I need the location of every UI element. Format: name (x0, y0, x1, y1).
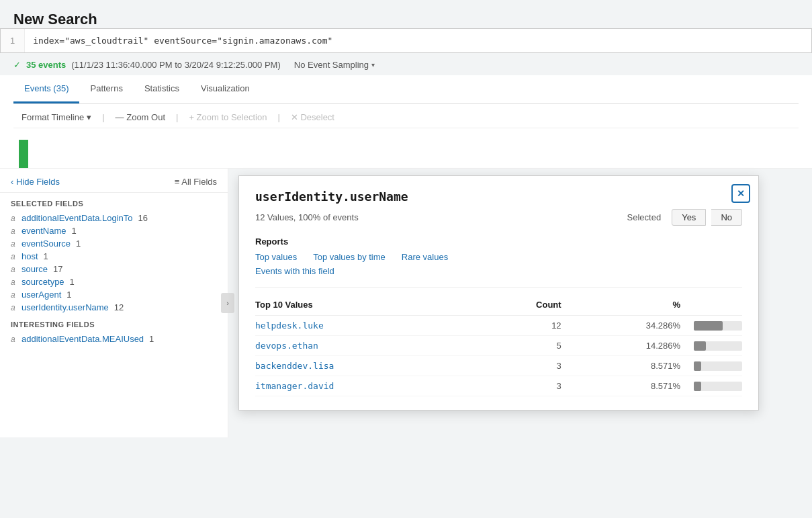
bar-fill (694, 382, 701, 391)
selected-no-btn[interactable]: No (711, 209, 742, 226)
field-link-eventSource[interactable]: eventSource (21, 239, 71, 249)
format-timeline-btn[interactable]: Format Timeline ▾ (13, 110, 99, 125)
hide-fields-btn[interactable]: ‹ Hide Fields (11, 177, 60, 187)
field-type: a (11, 265, 19, 274)
table-row: devops.ethan514.286% (255, 336, 742, 356)
overlay-panel: ✕ userIdentity.userName 12 Values, 100% … (238, 175, 759, 411)
tabs-bar: Events (35) Patterns Statistics Visualiz… (0, 75, 812, 104)
field-link-additionalEventData[interactable]: additionalEventData.LoginTo (21, 213, 133, 223)
col-header-percent: % (570, 296, 688, 316)
field-row: a sourcetype 1 (0, 275, 228, 288)
field-count: 1 (76, 239, 81, 249)
events-range: (11/1/23 11:36:40.000 PM to 3/20/24 9:12… (71, 60, 281, 70)
separator-1: | (102, 112, 104, 122)
timeline-chart (0, 128, 812, 169)
field-count: 16 (138, 213, 148, 223)
tab-events[interactable]: Events (35) (13, 75, 79, 103)
bar-fill (694, 341, 706, 351)
field-count: 1 (71, 226, 76, 236)
bar-fill (694, 361, 701, 371)
tabs-container: Events (35) Patterns Statistics Visualiz… (13, 75, 799, 104)
field-count: 17 (53, 264, 62, 274)
panel-close-btn[interactable]: ✕ (731, 184, 750, 203)
tab-statistics[interactable]: Statistics (134, 75, 190, 103)
events-count: 35 events (26, 60, 66, 70)
report-link-top-values[interactable]: Top values (255, 252, 297, 262)
field-count: 1 (70, 277, 75, 287)
tab-visualization[interactable]: Visualization (190, 75, 261, 103)
value-link[interactable]: devops.ethan (255, 341, 318, 351)
bar-cell (688, 316, 742, 336)
count-cell: 3 (476, 376, 570, 396)
field-link-eventName[interactable]: eventName (21, 226, 66, 236)
field-row: a host 1 (0, 250, 228, 263)
table-row: itmanager.david38.571% (255, 376, 742, 396)
table-row: helpdesk.luke1234.286% (255, 316, 742, 336)
timeline-chart-area (0, 128, 812, 169)
bar-cell (688, 376, 742, 396)
percent-cell: 34.286% (570, 316, 688, 336)
reports-links: Top values Top values by time Rare value… (255, 252, 742, 262)
selected-yes-btn[interactable]: Yes (672, 209, 706, 226)
field-link-additionalEventDataMEAIUsed[interactable]: additionalEventData.MEAIUsed (21, 334, 144, 344)
field-count: 12 (114, 302, 124, 312)
field-link-userIdentityUserName[interactable]: userIdentity.userName (21, 302, 109, 312)
field-count: 1 (44, 251, 48, 261)
timeline-bar (19, 140, 28, 168)
bar-cell (688, 336, 742, 356)
field-type: a (11, 335, 19, 344)
report-link-events-with-field[interactable]: Events with this field (255, 266, 334, 276)
percent-cell: 14.286% (570, 336, 688, 356)
field-count: 1 (149, 334, 154, 344)
field-row: a userAgent 1 (0, 288, 228, 301)
header-area: New Search (0, 0, 812, 28)
all-fields-btn[interactable]: ≡ All Fields (175, 177, 217, 187)
col-header-count: Count (476, 296, 570, 316)
sidebar: ‹ Hide Fields ≡ All Fields SELECTED FIEL… (0, 169, 228, 437)
separator-3: | (277, 112, 279, 122)
format-timeline-label: Format Timeline (21, 112, 84, 122)
report-link-top-values-by-time[interactable]: Top values by time (313, 252, 386, 262)
value-link[interactable]: itmanager.david (255, 381, 334, 391)
timeline-controls: Format Timeline ▾ | — Zoom Out | + Zoom … (0, 104, 812, 128)
selected-fields-label: SELECTED FIELDS (0, 193, 228, 212)
percent-cell: 8.571% (570, 376, 688, 396)
percent-cell: 8.571% (570, 356, 688, 376)
bar-fill (694, 321, 723, 331)
page-title: New Search (13, 11, 799, 28)
field-link-source[interactable]: source (21, 264, 48, 274)
value-link[interactable]: helpdesk.luke (255, 320, 324, 331)
field-type: a (11, 252, 19, 261)
field-row: a additionalEventData.LoginTo 16 (0, 212, 228, 224)
field-link-userAgent[interactable]: userAgent (21, 290, 61, 300)
selected-label: Selected (627, 212, 662, 222)
table-row: backenddev.lisa38.571% (255, 356, 742, 376)
value-link[interactable]: backenddev.lisa (255, 361, 334, 371)
bar-bg (694, 361, 742, 371)
sampling-caret: ▾ (371, 61, 375, 69)
sampling-label: No Event Sampling (294, 60, 369, 70)
field-link-host[interactable]: host (21, 251, 38, 261)
reports-label: Reports (255, 236, 742, 247)
interesting-fields-label: INTERESTING FIELDS (0, 314, 228, 333)
tab-patterns[interactable]: Patterns (79, 75, 133, 103)
zoom-to-selection-btn[interactable]: + Zoom to Selection (181, 110, 275, 125)
sampling-dropdown[interactable]: No Event Sampling ▾ (294, 60, 375, 70)
zoom-out-btn[interactable]: — Zoom Out (107, 110, 173, 125)
field-row: a eventName 1 (0, 224, 228, 237)
col-header-bar (688, 296, 742, 316)
page-wrapper: New Search 1 index="aws_cloudtrail" even… (0, 0, 812, 518)
report-link-rare-values[interactable]: Rare values (402, 252, 448, 262)
field-row: a userIdentity.userName 12 (0, 301, 228, 314)
count-cell: 3 (476, 356, 570, 376)
divider (255, 287, 742, 288)
deselect-btn[interactable]: ✕ Deselect (283, 110, 343, 125)
field-type: a (11, 226, 19, 236)
field-count: 1 (66, 290, 71, 300)
field-row: a additionalEventData.MEAIUsed 1 (0, 333, 228, 345)
count-cell: 12 (476, 316, 570, 336)
field-link-sourcetype[interactable]: sourcetype (21, 277, 64, 287)
field-type: a (11, 303, 19, 312)
field-type: a (11, 214, 19, 223)
sidebar-toggle[interactable]: › (221, 293, 234, 313)
